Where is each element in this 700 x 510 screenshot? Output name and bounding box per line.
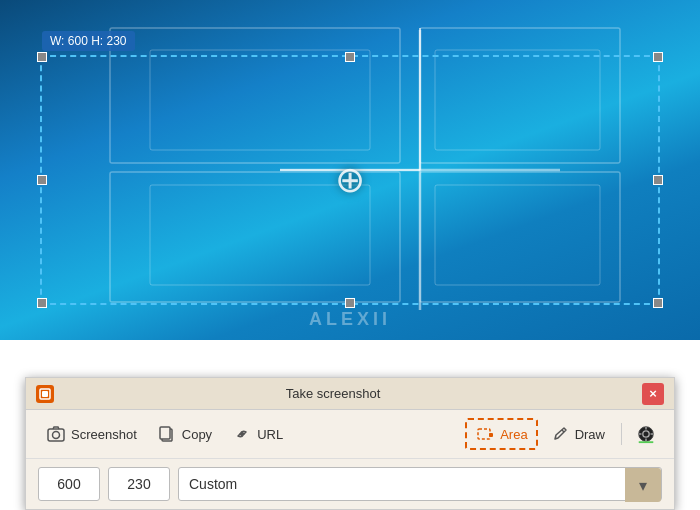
- screenshot-label: Screenshot: [71, 427, 137, 442]
- preset-label: Custom: [189, 476, 237, 492]
- url-label: URL: [257, 427, 283, 442]
- area-icon: [475, 424, 495, 444]
- settings-button[interactable]: [630, 420, 662, 448]
- screenshot-button[interactable]: Screenshot: [38, 420, 145, 448]
- svg-point-15: [53, 432, 60, 439]
- copy-button[interactable]: Copy: [149, 420, 220, 448]
- dialog-titlebar: Take screenshot ×: [26, 378, 674, 410]
- svg-line-20: [562, 430, 564, 432]
- preset-dropdown[interactable]: Custom ▾: [178, 467, 662, 501]
- copy-icon: [157, 424, 177, 444]
- draw-icon: [550, 424, 570, 444]
- dropdown-arrow: ▾: [625, 468, 661, 502]
- svg-rect-2: [110, 28, 400, 163]
- settings-icon: [636, 424, 656, 444]
- svg-rect-6: [150, 50, 370, 150]
- svg-rect-7: [435, 50, 600, 150]
- toolbar-separator: [621, 423, 622, 445]
- title-left: [36, 385, 54, 403]
- svg-rect-13: [42, 391, 48, 397]
- close-button[interactable]: ×: [642, 383, 664, 405]
- camera-icon: [46, 424, 66, 444]
- draw-label: Draw: [575, 427, 605, 442]
- copy-label: Copy: [182, 427, 212, 442]
- height-input[interactable]: [108, 467, 170, 501]
- screenshot-dialog: Take screenshot × Screenshot: [25, 377, 675, 510]
- dialog-title: Take screenshot: [54, 386, 612, 401]
- svg-rect-18: [478, 429, 490, 439]
- watermark-text: ALEXII: [309, 309, 391, 330]
- svg-rect-5: [420, 172, 620, 302]
- svg-rect-19: [489, 433, 493, 437]
- draw-button[interactable]: Draw: [542, 420, 613, 448]
- svg-rect-3: [420, 28, 620, 163]
- svg-rect-4: [110, 172, 400, 302]
- svg-rect-9: [435, 185, 600, 285]
- area-button[interactable]: Area: [465, 418, 537, 450]
- svg-rect-8: [150, 185, 370, 285]
- dialog-bottom-row: Custom ▾: [26, 459, 674, 509]
- desktop-background: ALEXII: [0, 0, 700, 340]
- dialog-toolbar: Screenshot Copy URL: [26, 410, 674, 459]
- svg-rect-17: [160, 427, 170, 439]
- width-input[interactable]: [38, 467, 100, 501]
- url-button[interactable]: URL: [224, 420, 291, 448]
- link-icon: [232, 424, 252, 444]
- area-label: Area: [500, 427, 527, 442]
- app-icon: [36, 385, 54, 403]
